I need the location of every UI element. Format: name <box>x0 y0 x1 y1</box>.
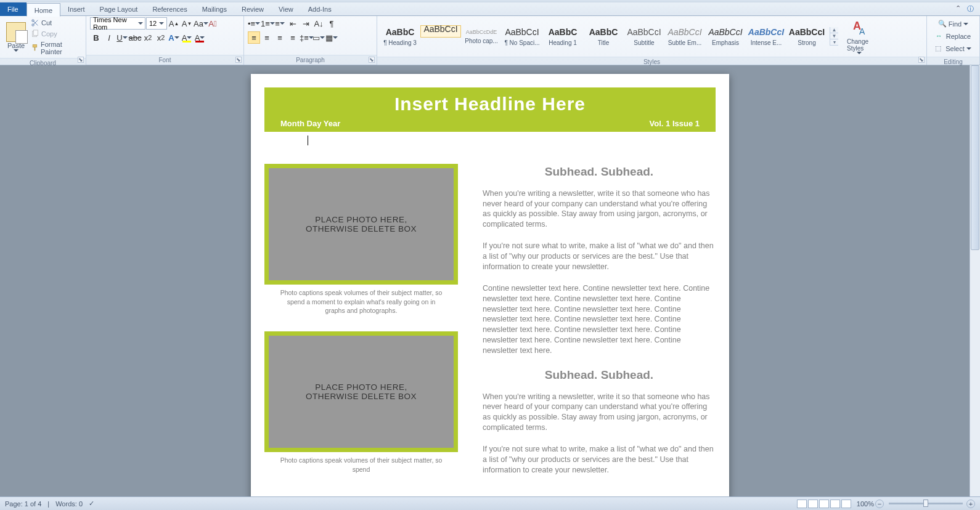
highlight-button[interactable]: A <box>181 31 193 44</box>
decrease-indent-button[interactable]: ⇤ <box>287 17 299 30</box>
paragraph[interactable]: If you're not sure what to write, make a… <box>483 241 716 272</box>
font-color-button[interactable]: A <box>194 31 206 44</box>
paragraph[interactable]: When you're writing a newsletter, write … <box>483 392 716 434</box>
italic-button[interactable]: I <box>103 31 115 44</box>
copy-button[interactable]: Copy <box>31 28 82 39</box>
paragraph[interactable]: Contine newsletter text here. Contine ne… <box>483 283 716 356</box>
subhead[interactable]: Subhead. Subhead. <box>483 164 716 180</box>
underline-button[interactable]: U <box>116 31 128 44</box>
minimize-ribbon-icon[interactable]: ⌃ <box>955 4 961 14</box>
fullscreen-view-icon[interactable] <box>808 500 818 508</box>
page[interactable]: Insert Headline Here Month Day Year Vol.… <box>251 74 729 496</box>
subscript-button[interactable]: x2 <box>142 31 154 44</box>
document-canvas[interactable]: Insert Headline Here Month Day Year Vol.… <box>0 65 980 496</box>
tab-mailings[interactable]: Mailings <box>195 2 234 16</box>
paragraph[interactable]: If you're not sure what to write, make a… <box>483 444 716 476</box>
bold-button[interactable]: B <box>90 31 102 44</box>
superscript-button[interactable]: x2 <box>155 31 167 44</box>
styles-scroll[interactable]: ▲▼▾ <box>830 27 838 46</box>
style-strong[interactable]: AaBbCcIStrong <box>786 25 827 48</box>
page-indicator[interactable]: Page: 1 of 4 <box>5 500 41 508</box>
word-count[interactable]: Words: 0 <box>55 500 83 508</box>
numbering-button[interactable]: 1≡ <box>261 17 273 30</box>
increase-indent-button[interactable]: ⇥ <box>300 17 312 30</box>
line-spacing-button[interactable]: ‡≡ <box>300 31 312 44</box>
align-center-button[interactable]: ≡ <box>261 31 273 44</box>
cut-button[interactable]: Cut <box>31 17 82 28</box>
chevron-down-icon[interactable]: ▼ <box>830 33 838 39</box>
zoom-in-button[interactable]: + <box>966 500 975 508</box>
dialog-launcher-icon[interactable]: ⬊ <box>369 57 375 63</box>
dialog-launcher-icon[interactable]: ⬊ <box>918 57 925 63</box>
draft-view-icon[interactable] <box>841 500 851 508</box>
tab-page-layout[interactable]: Page Layout <box>92 2 145 16</box>
style-heading-1[interactable]: AaBbCHeading 1 <box>542 25 583 48</box>
tab-review[interactable]: Review <box>234 2 271 16</box>
tab-home[interactable]: Home <box>27 3 60 17</box>
slider-handle[interactable] <box>923 500 928 507</box>
align-left-button[interactable]: ≡ <box>248 31 260 44</box>
outline-view-icon[interactable] <box>830 500 840 508</box>
change-styles-button[interactable]: AA Change Styles <box>844 17 874 55</box>
zoom-slider[interactable] <box>889 503 963 504</box>
format-painter-button[interactable]: Format Painter <box>31 39 82 57</box>
tab-insert[interactable]: Insert <box>60 2 92 16</box>
font-name-select[interactable]: Times New Rom <box>90 17 145 30</box>
print-layout-view-icon[interactable] <box>797 500 807 508</box>
shading-button[interactable]: ▭ <box>312 31 325 44</box>
borders-button[interactable]: ▦ <box>325 31 338 44</box>
style-subtle-em---[interactable]: AaBbCcISubtle Em... <box>664 25 705 48</box>
style---heading-3[interactable]: AaBbC¶ Heading 3 <box>380 25 420 48</box>
dialog-launcher-icon[interactable]: ⬊ <box>78 57 84 63</box>
photo-caption[interactable]: Photo captions speak volumes of their su… <box>264 452 458 480</box>
font-size-select[interactable]: 12 <box>146 17 167 30</box>
style-photo-cap---[interactable]: AaBbCcDdEPhoto cap... <box>461 25 502 48</box>
newsletter-banner[interactable]: Insert Headline Here Month Day Year Vol.… <box>264 87 716 132</box>
change-case-button[interactable]: Aa <box>194 17 206 30</box>
tab-view[interactable]: View <box>271 2 301 16</box>
style-emphasis[interactable]: AaBbCcIEmphasis <box>705 25 746 48</box>
dialog-launcher-icon[interactable]: ⬊ <box>235 57 242 63</box>
sort-button[interactable]: A↓ <box>312 17 325 30</box>
photo-placeholder[interactable]: PLACE PHOTO HERE,OTHERWISE DELETE BOX <box>264 164 458 285</box>
help-icon[interactable]: ⓘ <box>967 4 974 14</box>
zoom-out-button[interactable]: − <box>875 500 884 508</box>
select-button[interactable]: ⬚Select <box>935 43 971 54</box>
multilevel-list-button[interactable]: ≡ <box>274 17 286 30</box>
style-intense-e---[interactable]: AaBbCcIIntense E... <box>746 25 786 48</box>
align-right-button[interactable]: ≡ <box>274 31 286 44</box>
bullets-button[interactable]: •≡ <box>248 17 260 30</box>
show-marks-button[interactable]: ¶ <box>325 17 338 30</box>
banner-date[interactable]: Month Day Year <box>280 119 340 128</box>
shrink-font-button[interactable]: A▼ <box>181 17 193 30</box>
tab-file[interactable]: File <box>0 2 27 16</box>
grow-font-button[interactable]: A▲ <box>168 17 180 30</box>
proofing-icon[interactable]: ✓ <box>89 500 94 508</box>
subhead[interactable]: Subhead. Subhead. <box>483 367 716 383</box>
photo-caption[interactable]: Photo captions speak volumes of their su… <box>264 285 458 322</box>
zoom-level[interactable]: 100% <box>857 500 874 508</box>
tab-references[interactable]: References <box>145 2 194 16</box>
replace-button[interactable]: ↔Replace <box>936 31 971 42</box>
banner-issue[interactable]: Vol. 1 Issue 1 <box>650 119 700 128</box>
style---normal[interactable]: AaBbCcI¶ Normal <box>420 25 461 38</box>
text-effects-button[interactable]: A <box>168 31 180 44</box>
find-button[interactable]: 🔍Find <box>938 18 968 30</box>
scrollbar-thumb[interactable] <box>971 65 979 250</box>
paste-button[interactable]: Paste <box>4 22 28 52</box>
web-layout-view-icon[interactable] <box>819 500 829 508</box>
style---no-spaci---[interactable]: AaBbCcI¶ No Spaci... <box>502 25 542 48</box>
headline[interactable]: Insert Headline Here <box>273 94 707 115</box>
tab-add-ins[interactable]: Add-Ins <box>301 2 339 16</box>
strikethrough-button[interactable]: abc <box>129 31 141 44</box>
justify-button[interactable]: ≡ <box>287 31 299 44</box>
photo-placeholder[interactable]: PLACE PHOTO HERE,OTHERWISE DELETE BOX <box>264 331 458 452</box>
expand-icon[interactable]: ▾ <box>830 39 838 46</box>
clear-formatting-button[interactable]: A⃠ <box>206 17 219 30</box>
style-title[interactable]: AaBbCTitle <box>583 25 624 48</box>
paragraph[interactable]: When you're writing a newsletter, write … <box>483 188 716 230</box>
style-subtitle[interactable]: AaBbCcISubtitle <box>624 25 664 48</box>
article-column[interactable]: Subhead. Subhead. When you're writing a … <box>483 164 716 487</box>
chevron-up-icon[interactable]: ▲ <box>830 27 838 33</box>
vertical-scrollbar[interactable] <box>970 65 980 496</box>
